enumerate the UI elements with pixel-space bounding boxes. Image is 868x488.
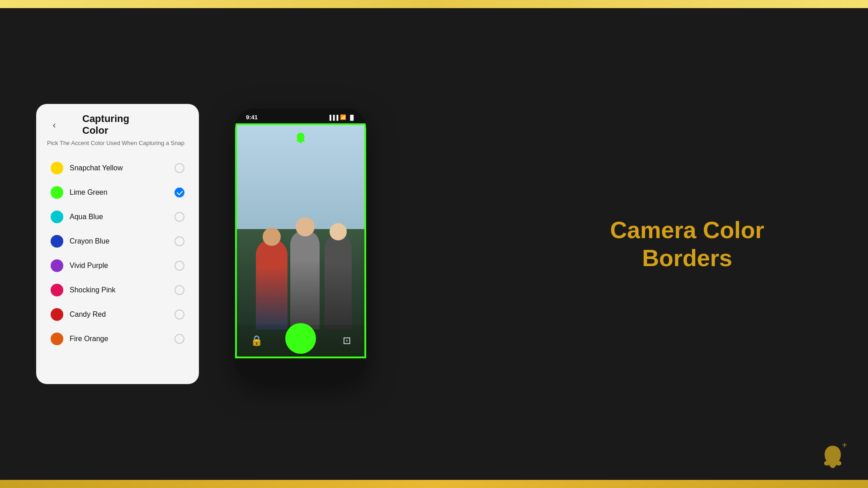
figure-person-1 [256, 239, 288, 329]
lock-icon: 🔒 [250, 335, 263, 347]
radio-btn-shocking-pink[interactable] [175, 285, 184, 295]
radio-btn-lime-green[interactable] [175, 188, 184, 197]
figure-person-2 [290, 230, 320, 329]
time-display: 9:41 [246, 114, 258, 121]
radio-btn-aqua-blue[interactable] [175, 212, 184, 222]
color-item-fire-orange[interactable]: Fire Orange [47, 327, 188, 351]
color-item-aqua-blue[interactable]: Aqua Blue [47, 205, 188, 229]
settings-subtitle: Pick The Accent Color Used When Capturin… [47, 139, 188, 147]
color-item-candy-red[interactable]: Candy Red [47, 303, 188, 326]
color-dot-snapchat-yellow [51, 162, 63, 174]
settings-panel-title: Capturing Color [82, 113, 153, 136]
radio-btn-vivid-purple[interactable] [175, 261, 184, 271]
phone-body: 9:41 ▐▐▐ 📶 ▐▌ [235, 108, 366, 380]
flip-camera-icon[interactable]: ⊡ [343, 335, 351, 347]
status-icons: ▐▐▐ 📶 ▐▌ [328, 114, 355, 120]
settings-panel: ‹ Capturing Color Pick The Accent Color … [36, 104, 199, 384]
color-dot-aqua-blue [51, 211, 63, 223]
radio-btn-snapchat-yellow[interactable] [175, 163, 184, 173]
bottom-border [0, 480, 868, 488]
color-item-snapchat-yellow[interactable]: Snapchat Yellow [47, 156, 188, 180]
color-dot-candy-red [51, 308, 63, 321]
color-label-shocking-pink: Shocking Pink [70, 286, 175, 294]
phone-screen: 9:41 ▐▐▐ 📶 ▐▌ [235, 108, 366, 380]
color-label-aqua-blue: Aqua Blue [70, 213, 175, 221]
radio-btn-fire-orange[interactable] [175, 334, 184, 344]
color-dot-lime-green [51, 186, 63, 199]
color-label-vivid-purple: Vivid Purple [70, 262, 175, 270]
radio-btn-candy-red[interactable] [175, 310, 184, 319]
phone-container: 9:41 ▐▐▐ 📶 ▐▌ [235, 108, 366, 380]
color-dot-vivid-purple [51, 259, 63, 272]
snapchat-ghost-icon [294, 131, 307, 147]
color-item-crayon-blue[interactable]: Crayon Blue [47, 230, 188, 253]
back-arrow-icon: ‹ [53, 120, 56, 130]
color-label-lime-green: Lime Green [70, 188, 175, 197]
status-bar: 9:41 ▐▐▐ 📶 ▐▌ [235, 108, 366, 123]
radio-btn-crayon-blue[interactable] [175, 236, 184, 246]
camera-view: 🔒 ⊡ [235, 123, 366, 358]
color-item-shocking-pink[interactable]: Shocking Pink [47, 278, 188, 302]
feature-title: Camera Color Borders [579, 216, 796, 272]
main-content: ‹ Capturing Color Pick The Accent Color … [0, 8, 868, 480]
back-button[interactable]: ‹ [47, 117, 61, 132]
color-dot-shocking-pink [51, 284, 63, 296]
top-border [0, 0, 868, 8]
color-label-crayon-blue: Crayon Blue [70, 237, 175, 245]
color-item-lime-green[interactable]: Lime Green [47, 181, 188, 204]
color-label-fire-orange: Fire Orange [70, 335, 175, 343]
color-label-candy-red: Candy Red [70, 310, 175, 319]
battery-icon: ▐▌ [348, 115, 355, 120]
snapchat-branding: + [820, 444, 845, 474]
color-label-snapchat-yellow: Snapchat Yellow [70, 164, 175, 172]
wifi-icon: 📶 [340, 114, 346, 120]
figure-person-3 [325, 235, 352, 329]
capture-button[interactable] [285, 323, 316, 354]
color-list: Snapchat YellowLime GreenAqua BlueCrayon… [47, 156, 188, 351]
color-dot-crayon-blue [51, 235, 63, 248]
settings-header: ‹ Capturing Color [47, 117, 188, 132]
color-item-vivid-purple[interactable]: Vivid Purple [47, 254, 188, 277]
camera-controls: 🔒 ⊡ [237, 325, 364, 357]
color-dot-fire-orange [51, 333, 63, 345]
signal-icon: ▐▐▐ [328, 115, 338, 120]
